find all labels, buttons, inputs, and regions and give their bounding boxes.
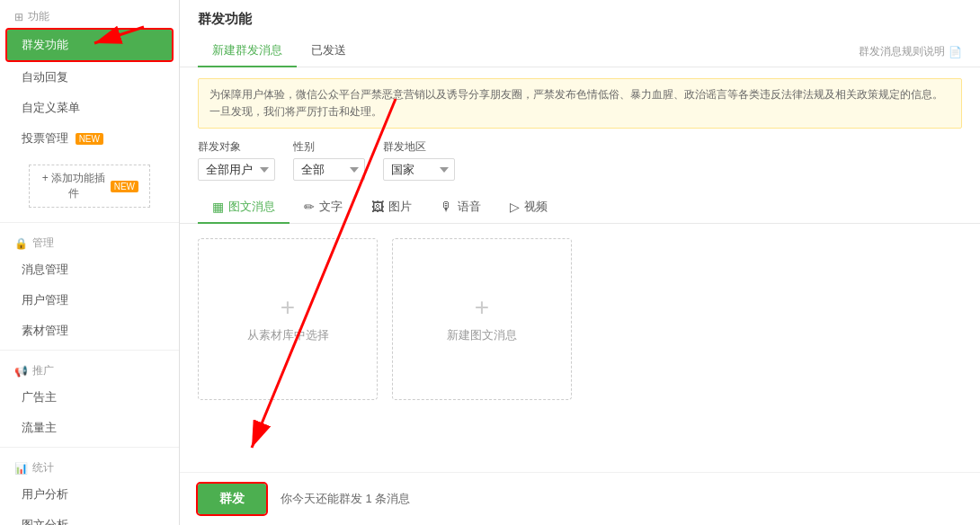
msg-tab-video[interactable]: ▷ 视频 bbox=[495, 191, 562, 224]
sidebar-item-custom-menu[interactable]: 自定义菜单 bbox=[0, 93, 179, 123]
text-icon: ✏ bbox=[304, 200, 315, 214]
tabs-row: 新建群发消息 已发送 群发消息规则说明 📄 bbox=[198, 35, 962, 67]
sidebar-section-manage: 🔒 管理 bbox=[0, 227, 179, 254]
rules-icon: 📄 bbox=[949, 46, 962, 58]
divider-1 bbox=[0, 222, 179, 223]
tab-sent[interactable]: 已发送 bbox=[297, 35, 361, 67]
send-hint: 你今天还能群发 1 条消息 bbox=[281, 491, 410, 507]
sidebar-item-vote-mgmt[interactable]: 投票管理 NEW bbox=[0, 123, 179, 154]
article-icon: ▦ bbox=[212, 200, 224, 214]
add-plugin-wrapper: + 添加功能插件 NEW bbox=[0, 154, 179, 218]
sidebar-item-material-mgmt[interactable]: 素材管理 bbox=[0, 316, 179, 346]
gender-select[interactable]: 全部 bbox=[293, 158, 365, 181]
msg-tab-voice[interactable]: 🎙 语音 bbox=[426, 191, 495, 224]
sidebar-section-promotion: 📢 推广 bbox=[0, 354, 179, 382]
message-type-tabs: ▦ 图文消息 ✏ 文字 🖼 图片 🎙 语音 ▷ 视频 bbox=[180, 191, 980, 224]
sidebar-section-stats: 📊 统计 bbox=[0, 451, 179, 479]
card-from-material[interactable]: + 从素材库中选择 bbox=[198, 238, 378, 400]
main-tabs: 新建群发消息 已发送 bbox=[198, 35, 361, 67]
divider-2 bbox=[0, 350, 179, 351]
vote-badge: NEW bbox=[76, 133, 103, 145]
video-icon: ▷ bbox=[510, 200, 520, 214]
send-button[interactable]: 群发 bbox=[198, 484, 266, 514]
gender-group: 性别 全部 bbox=[293, 139, 365, 181]
region-group: 群发地区 国家 bbox=[383, 139, 455, 181]
main-content: 群发功能 新建群发消息 已发送 群发消息规则说明 📄 为保障用户体验，微信公众平… bbox=[180, 0, 980, 525]
sidebar-item-msg-mgmt[interactable]: 消息管理 bbox=[0, 254, 179, 285]
image-icon: 🖼 bbox=[371, 200, 384, 214]
sidebar-item-traffic[interactable]: 流量主 bbox=[0, 413, 179, 443]
msg-tab-text[interactable]: ✏ 文字 bbox=[290, 191, 357, 224]
card-new-article[interactable]: + 新建图文消息 bbox=[392, 238, 572, 400]
plus-icon-2: + bbox=[475, 295, 489, 320]
add-plugin-button[interactable]: + 添加功能插件 NEW bbox=[29, 165, 150, 208]
target-group: 群发对象 全部用户 bbox=[198, 139, 275, 181]
target-label: 群发对象 bbox=[198, 139, 275, 155]
speaker-icon: 📢 bbox=[14, 365, 28, 378]
sidebar-item-user-mgmt[interactable]: 用户管理 bbox=[0, 285, 179, 316]
content-area: + 从素材库中选择 + 新建图文消息 bbox=[180, 224, 980, 472]
sidebar: ⊞ 功能 群发功能 自动回复 自定义菜单 投票管理 NEW + 添加功能插件 N… bbox=[0, 0, 180, 525]
footer-action: 群发 你今天还能群发 1 条消息 bbox=[180, 472, 980, 525]
divider-3 bbox=[0, 447, 179, 448]
sidebar-item-article-analysis[interactable]: 图文分析 bbox=[0, 510, 179, 525]
voice-icon: 🎙 bbox=[441, 200, 453, 214]
gender-label: 性别 bbox=[293, 139, 365, 155]
function-icon: ⊞ bbox=[14, 11, 23, 23]
page-title: 群发功能 bbox=[198, 11, 962, 35]
add-plugin-badge: NEW bbox=[111, 181, 138, 192]
target-select[interactable]: 全部用户 bbox=[198, 158, 275, 181]
region-select[interactable]: 国家 bbox=[383, 158, 455, 181]
main-header: 群发功能 新建群发消息 已发送 群发消息规则说明 📄 bbox=[180, 0, 980, 67]
sidebar-item-user-analysis[interactable]: 用户分析 bbox=[0, 479, 179, 510]
sidebar-section-function: ⊞ 功能 bbox=[0, 0, 179, 28]
form-row: 群发对象 全部用户 性别 全部 群发地区 国家 bbox=[180, 139, 980, 191]
notice-bar: 为保障用户体验，微信公众平台严禁恶意营销以及诱导分享朋友圈，严禁发布色情低俗、暴… bbox=[198, 78, 962, 129]
sidebar-item-advertiser[interactable]: 广告主 bbox=[0, 382, 179, 413]
chart-icon: 📊 bbox=[14, 462, 28, 475]
lock-icon: 🔒 bbox=[14, 237, 28, 250]
msg-tab-image[interactable]: 🖼 图片 bbox=[357, 191, 426, 224]
region-label: 群发地区 bbox=[383, 139, 455, 155]
tab-new-message[interactable]: 新建群发消息 bbox=[198, 35, 297, 67]
sidebar-item-auto-reply[interactable]: 自动回复 bbox=[0, 62, 179, 93]
rules-link[interactable]: 群发消息规则说明 📄 bbox=[859, 37, 962, 67]
plus-icon-1: + bbox=[281, 295, 295, 320]
msg-tab-article[interactable]: ▦ 图文消息 bbox=[198, 191, 290, 224]
sidebar-item-mass-send[interactable]: 群发功能 bbox=[7, 30, 172, 60]
